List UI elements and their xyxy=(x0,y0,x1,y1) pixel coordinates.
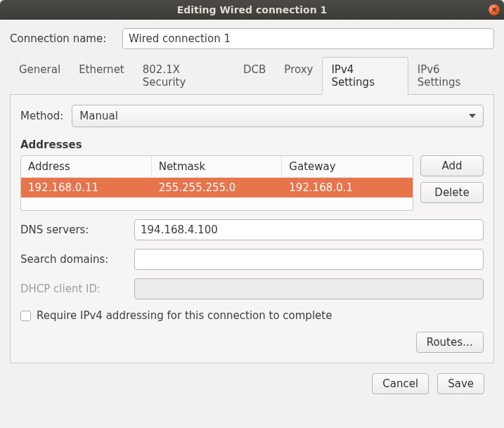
cell-address: 192.168.0.11 xyxy=(21,178,152,197)
dns-row: DNS servers: xyxy=(20,219,484,240)
tab-proxy[interactable]: Proxy xyxy=(275,57,322,95)
addresses-heading: Addresses xyxy=(20,138,484,151)
tab-8021x-security[interactable]: 802.1X Security xyxy=(134,57,234,95)
add-button[interactable]: Add xyxy=(420,155,484,176)
connection-name-label: Connection name: xyxy=(10,32,115,45)
method-label: Method: xyxy=(20,110,63,122)
table-row[interactable]: 192.168.0.11 255.255.255.0 192.168.0.1 xyxy=(21,178,413,197)
titlebar: Editing Wired connection 1 × xyxy=(0,0,504,20)
connection-name-input[interactable] xyxy=(122,28,494,49)
addresses-buttons: Add Delete xyxy=(420,155,484,203)
col-netmask: Netmask xyxy=(152,156,283,178)
close-icon[interactable]: × xyxy=(489,4,500,15)
require-ipv4-checkbox[interactable] xyxy=(20,311,31,321)
method-value: Manual xyxy=(79,110,118,122)
dhcp-client-id-row: DHCP client ID: xyxy=(20,278,484,299)
search-domains-label: Search domains: xyxy=(20,253,126,266)
tab-page-ipv4: Method: Manual Addresses Address Netmask… xyxy=(10,95,494,363)
connection-name-row: Connection name: xyxy=(10,28,494,49)
tab-general[interactable]: General xyxy=(10,57,70,95)
dhcp-client-id-input xyxy=(134,278,484,299)
col-address: Address xyxy=(21,156,152,178)
col-gateway: Gateway xyxy=(282,156,413,178)
method-row: Method: Manual xyxy=(20,105,484,127)
routes-button[interactable]: Routes… xyxy=(416,332,484,353)
save-button[interactable]: Save xyxy=(437,373,484,394)
routes-row: Routes… xyxy=(20,332,484,353)
dialog-footer: Cancel Save xyxy=(10,363,494,394)
require-ipv4-row: Require IPv4 addressing for this connect… xyxy=(20,309,484,322)
addresses-table[interactable]: Address Netmask Gateway 192.168.0.11 255… xyxy=(20,155,413,211)
table-blank-row[interactable] xyxy=(21,197,413,210)
dns-label: DNS servers: xyxy=(20,223,126,236)
method-dropdown[interactable]: Manual xyxy=(72,105,484,127)
dns-input[interactable] xyxy=(134,219,484,240)
search-domains-input[interactable] xyxy=(134,249,484,270)
chevron-down-icon xyxy=(469,114,476,118)
cell-gateway: 192.168.0.1 xyxy=(282,178,413,197)
tab-ethernet[interactable]: Ethernet xyxy=(70,57,134,95)
window-title: Editing Wired connection 1 xyxy=(177,4,328,15)
search-domains-row: Search domains: xyxy=(20,249,484,270)
cell-netmask: 255.255.255.0 xyxy=(152,178,283,197)
delete-button[interactable]: Delete xyxy=(420,182,484,203)
dhcp-client-id-label: DHCP client ID: xyxy=(20,283,126,295)
addresses-header: Address Netmask Gateway xyxy=(21,156,413,178)
tab-ipv4-settings[interactable]: IPv4 Settings xyxy=(322,57,408,95)
cancel-button[interactable]: Cancel xyxy=(372,373,429,394)
tab-ipv6-settings[interactable]: IPv6 Settings xyxy=(408,57,494,95)
require-ipv4-label: Require IPv4 addressing for this connect… xyxy=(37,309,332,322)
addresses-area: Address Netmask Gateway 192.168.0.11 255… xyxy=(20,155,484,211)
tab-dcb[interactable]: DCB xyxy=(234,57,275,95)
tabs: General Ethernet 802.1X Security DCB Pro… xyxy=(10,56,494,95)
window-body: Connection name: General Ethernet 802.1X… xyxy=(0,20,504,404)
